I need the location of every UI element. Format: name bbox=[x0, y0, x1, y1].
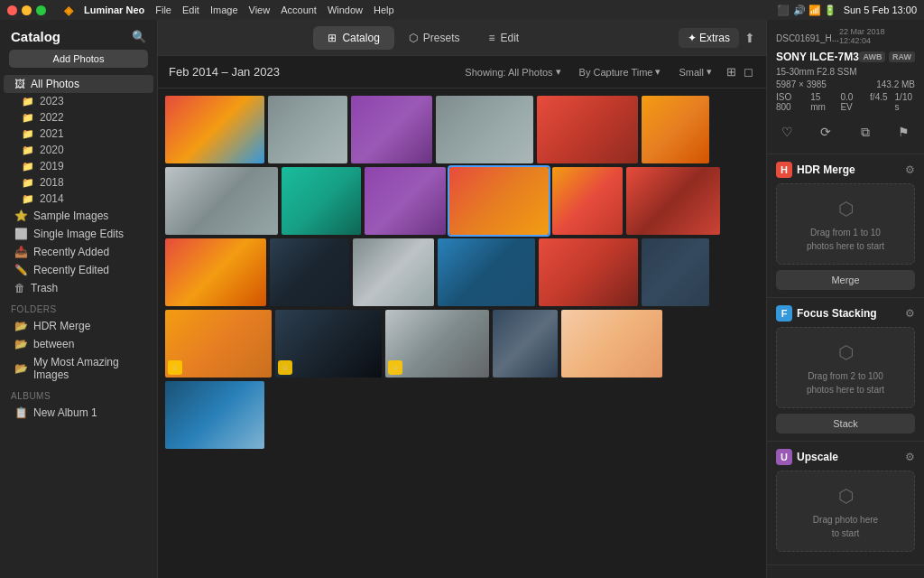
photo-thumb-6[interactable] bbox=[642, 96, 709, 163]
sidebar-item-trash[interactable]: 🗑 Trash bbox=[4, 279, 153, 297]
menu-image[interactable]: Image bbox=[210, 5, 238, 15]
sort-filter[interactable]: By Capture Time ▾ bbox=[574, 64, 667, 79]
photo-thumb-19[interactable]: ☆ bbox=[165, 310, 272, 378]
menu-view[interactable]: View bbox=[249, 5, 271, 15]
sidebar-item-sample-images[interactable]: ⭐ Sample Images bbox=[4, 207, 153, 225]
hdr-merge-drop-zone[interactable]: ⬡ Drag from 1 to 10 photos here to start bbox=[776, 183, 915, 265]
hdr-merge-section: H HDR Merge ⚙ ⬡ Drag from 1 to 10 photos… bbox=[767, 154, 924, 298]
sidebar-folder-between[interactable]: 📂 between bbox=[4, 335, 153, 353]
upscale-section: U Upscale ⚙ ⬡ Drag photo here to start bbox=[767, 442, 924, 565]
focus-stack-button[interactable]: Stack bbox=[776, 414, 915, 434]
upscale-header[interactable]: U Upscale ⚙ bbox=[776, 449, 915, 465]
share-icon[interactable]: ⬆ bbox=[744, 31, 755, 45]
photo-thumb-9[interactable] bbox=[365, 167, 446, 235]
sidebar-item-2018[interactable]: 📁 2018 bbox=[0, 174, 157, 191]
sidebar-item-2023[interactable]: 📁 2023 bbox=[0, 93, 157, 109]
year-icon-2022: 📁 bbox=[22, 112, 34, 124]
focus-stacking-title: F Focus Stacking bbox=[776, 305, 877, 322]
recently-edited-label: Recently Edited bbox=[33, 264, 109, 276]
hdr-merge-header[interactable]: H HDR Merge ⚙ bbox=[776, 162, 915, 178]
sidebar-item-2021[interactable]: 📁 2021 bbox=[0, 126, 157, 142]
upscale-gear-icon[interactable]: ⚙ bbox=[905, 451, 915, 463]
menu-file[interactable]: File bbox=[155, 5, 171, 15]
flag-button[interactable]: ⚑ bbox=[893, 121, 915, 143]
showing-filter[interactable]: Showing: All Photos ▾ bbox=[459, 64, 566, 79]
photo-thumb-22[interactable] bbox=[493, 310, 558, 378]
focus-stack-gear-icon[interactable]: ⚙ bbox=[905, 307, 915, 320]
search-icon[interactable]: 🔍 bbox=[132, 30, 146, 44]
year-icon-2019: 📁 bbox=[22, 161, 34, 172]
sidebar-album-1[interactable]: 📋 New Album 1 bbox=[4, 404, 153, 422]
photo-thumb-10[interactable] bbox=[449, 167, 549, 235]
sidebar-item-single-image-edits[interactable]: ⬜ Single Image Edits bbox=[4, 225, 153, 243]
sidebar-item-all-photos[interactable]: 🖼 All Photos bbox=[4, 75, 153, 93]
photo-thumb-14[interactable] bbox=[270, 238, 349, 306]
presets-button[interactable]: ⬡ Presets bbox=[394, 26, 475, 50]
maximize-button[interactable] bbox=[36, 5, 46, 15]
menu-account[interactable]: Account bbox=[281, 5, 317, 15]
size-label: Small bbox=[679, 67, 704, 78]
upscale-drop-zone[interactable]: ⬡ Drag photo here to start bbox=[776, 471, 915, 552]
copy-button[interactable]: ⧉ bbox=[855, 121, 876, 143]
year-label-2014: 2014 bbox=[40, 192, 64, 205]
sidebar-item-recently-added[interactable]: 📥 Recently Added bbox=[4, 243, 153, 261]
photo-thumb-21[interactable]: ☆ bbox=[385, 310, 489, 378]
awb-badge: AWB bbox=[859, 51, 885, 62]
year-label-2019: 2019 bbox=[40, 160, 64, 172]
menu-window[interactable]: Window bbox=[328, 5, 363, 15]
sidebar-item-recently-edited[interactable]: ✏️ Recently Edited bbox=[4, 261, 153, 279]
sidebar-folder-hdr[interactable]: 📂 HDR Merge bbox=[4, 317, 153, 335]
all-photos-label: All Photos bbox=[31, 78, 79, 90]
photo-thumb-3[interactable] bbox=[351, 96, 432, 163]
close-button[interactable] bbox=[7, 5, 17, 15]
sidebar-item-2014[interactable]: 📁 2014 bbox=[0, 191, 157, 207]
single-image-label: Single Image Edits bbox=[33, 228, 124, 240]
photo-thumb-12[interactable] bbox=[626, 167, 720, 235]
photo-thumb-2[interactable] bbox=[268, 96, 347, 163]
app-name: Luminar Neo bbox=[84, 5, 144, 15]
photo-thumb-17[interactable] bbox=[539, 238, 638, 306]
menu-help[interactable]: Help bbox=[374, 5, 394, 15]
date-range: Feb 2014 – Jan 2023 bbox=[169, 65, 280, 79]
photo-date: 22 Mar 2018 12:42:04 bbox=[839, 27, 915, 45]
rotate-button[interactable]: ⟳ bbox=[815, 121, 836, 143]
extras-button[interactable]: ✦ Extras bbox=[679, 28, 739, 48]
dimensions-value: 5987 × 3985 bbox=[776, 79, 827, 89]
minimize-button[interactable] bbox=[22, 5, 32, 15]
photo-thumb-24[interactable] bbox=[165, 381, 264, 449]
hdr-merge-gear-icon[interactable]: ⚙ bbox=[905, 163, 915, 176]
focus-stacking-header[interactable]: F Focus Stacking ⚙ bbox=[776, 305, 915, 322]
photo-thumb-23[interactable] bbox=[561, 310, 662, 378]
photo-thumb-5[interactable] bbox=[537, 96, 638, 163]
add-photos-button[interactable]: Add Photos bbox=[9, 50, 148, 68]
year-label-2020: 2020 bbox=[40, 144, 64, 156]
photo-thumb-13[interactable] bbox=[165, 238, 266, 306]
photo-thumb-20[interactable]: ☆ bbox=[275, 310, 382, 378]
sidebar: Catalog 🔍 Add Photos 🖼 All Photos 📁 2023… bbox=[0, 20, 158, 578]
photo-thumb-15[interactable] bbox=[353, 238, 434, 306]
sidebar-item-2022[interactable]: 📁 2022 bbox=[0, 109, 157, 126]
size-filter[interactable]: Small ▾ bbox=[673, 64, 717, 79]
sidebar-item-2020[interactable]: 📁 2020 bbox=[0, 142, 157, 158]
favorite-button[interactable]: ♡ bbox=[776, 121, 798, 143]
single-view-button[interactable]: ◻ bbox=[742, 63, 755, 80]
photo-thumb-18[interactable] bbox=[642, 238, 709, 306]
catalog-button[interactable]: ⊞ Catalog bbox=[313, 26, 393, 50]
year-icon-2018: 📁 bbox=[22, 177, 34, 189]
sidebar-folder-amazing[interactable]: 📂 My Most Amazing Images bbox=[4, 353, 153, 384]
grid-view-button[interactable]: ⊞ bbox=[725, 63, 738, 80]
photo-thumb-4[interactable] bbox=[436, 96, 533, 163]
photo-thumb-1[interactable] bbox=[165, 96, 264, 163]
hdr-merge-button[interactable]: Merge bbox=[776, 270, 915, 290]
photo-thumb-7[interactable] bbox=[165, 167, 278, 235]
photo-thumb-16[interactable] bbox=[438, 238, 535, 306]
menu-edit[interactable]: Edit bbox=[182, 5, 199, 15]
photo-thumb-8[interactable] bbox=[282, 167, 361, 235]
main-layout: Catalog 🔍 Add Photos 🖼 All Photos 📁 2023… bbox=[0, 20, 924, 578]
focus-stack-drop-zone[interactable]: ⬡ Drag from 2 to 100 photos here to star… bbox=[776, 327, 915, 408]
sidebar-item-2019[interactable]: 📁 2019 bbox=[0, 158, 157, 174]
toolbar: ⊞ Catalog ⬡ Presets ≡ Edit ✦ Extras ⬆ bbox=[158, 20, 766, 56]
photo-thumb-11[interactable] bbox=[552, 167, 623, 235]
hdr-merge-icon: H bbox=[776, 162, 792, 178]
edit-button[interactable]: ≡ Edit bbox=[475, 26, 534, 50]
